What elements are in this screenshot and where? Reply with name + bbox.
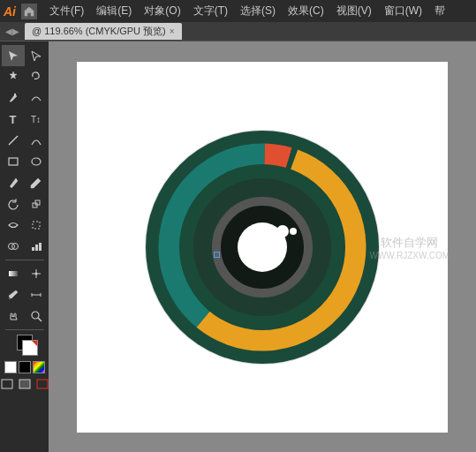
normal-screen-mode[interactable]	[0, 377, 15, 391]
toolbar: T T↕	[0, 41, 49, 452]
measure-tool[interactable]	[25, 284, 48, 305]
curvature-tool[interactable]	[25, 87, 48, 109]
white-swatch[interactable]	[4, 361, 17, 373]
highlight-dot-1	[276, 225, 289, 237]
menu-window[interactable]: 窗口(W)	[379, 2, 427, 20]
color-mode-row	[4, 361, 45, 373]
menu-text[interactable]: 文字(T)	[188, 2, 233, 20]
svg-line-1	[9, 136, 18, 145]
rotate-tool[interactable]	[2, 193, 25, 215]
shape-builder-tool[interactable]	[2, 236, 25, 257]
scale-tool[interactable]	[25, 193, 48, 215]
full-screen-mode[interactable]	[17, 377, 33, 391]
hand-tool[interactable]	[2, 305, 25, 327]
mesh-tool[interactable]	[25, 263, 48, 284]
main-artwork	[139, 124, 386, 371]
svg-rect-2	[9, 158, 18, 165]
svg-rect-23	[37, 380, 48, 388]
tool-row-pen	[0, 66, 49, 87]
touch-type-tool[interactable]: T↕	[25, 109, 48, 130]
svg-rect-9	[32, 247, 34, 251]
canvas-area[interactable]: 软件自学网 WWW.RJZXW.COM	[49, 41, 476, 452]
stroke-color[interactable]	[22, 340, 38, 356]
tab-bar: ◀▶ @ 119.66% (CMYK/GPU 预览) ×	[0, 22, 476, 41]
tool-row-rect	[0, 151, 49, 172]
menu-help[interactable]: 帮	[429, 2, 450, 20]
menu-bar: Ai 文件(F) 编辑(E) 对象(O) 文字(T) 选择(S) 效果(C) 视…	[0, 0, 476, 22]
tool-row-line	[0, 130, 49, 151]
eyedropper-tool[interactable]	[2, 284, 25, 305]
zoom-tool[interactable]	[25, 305, 48, 327]
svg-rect-22	[19, 380, 30, 388]
tool-row-eyedropper	[0, 284, 49, 305]
tool-row-hand	[0, 305, 49, 327]
direct-selection-tool[interactable]	[25, 45, 48, 66]
gradient-tool[interactable]	[2, 263, 25, 284]
svg-rect-10	[35, 245, 38, 251]
magic-wand-tool[interactable]	[2, 66, 25, 87]
svg-rect-6	[33, 222, 40, 229]
tool-row-pen2	[0, 87, 49, 109]
color-swatches[interactable]	[10, 335, 40, 359]
home-icon[interactable]	[21, 4, 37, 19]
menu-effect[interactable]: 效果(C)	[283, 2, 329, 20]
highlight-dot-2	[290, 228, 297, 235]
menu-object[interactable]: 对象(O)	[139, 2, 185, 20]
pen-tool[interactable]	[2, 87, 25, 109]
tool-row-rotate	[0, 193, 49, 215]
svg-point-0	[13, 94, 15, 95]
menu-edit[interactable]: 编辑(E)	[91, 2, 137, 20]
screen-mode-row	[0, 377, 49, 391]
pencil-tool[interactable]	[25, 172, 48, 193]
selection-tool[interactable]	[2, 45, 25, 66]
tool-row-gradient	[0, 263, 49, 284]
tool-row-shape	[0, 236, 49, 257]
tab-arrows[interactable]: ◀▶	[5, 26, 19, 36]
svg-point-19	[32, 312, 39, 319]
tab-label: @ 119.66% (CMYK/GPU 预览)	[32, 25, 166, 38]
tool-row-brush	[0, 172, 49, 193]
black-swatch[interactable]	[19, 361, 31, 373]
tool-row-warp	[0, 215, 49, 236]
canvas	[77, 62, 448, 433]
svg-point-3	[32, 158, 41, 165]
svg-rect-21	[2, 380, 12, 388]
selection-indicator	[214, 252, 220, 258]
arc-tool[interactable]	[25, 130, 48, 151]
color-swatch[interactable]	[33, 361, 45, 373]
document-tab[interactable]: @ 119.66% (CMYK/GPU 预览) ×	[25, 23, 182, 40]
svg-rect-12	[9, 271, 18, 276]
tool-row-type: T T↕	[0, 109, 49, 130]
free-transform-tool[interactable]	[25, 215, 48, 236]
warp-tool[interactable]	[2, 215, 25, 236]
svg-rect-11	[39, 243, 42, 251]
type-tool[interactable]: T	[2, 109, 25, 130]
ai-logo: Ai	[4, 4, 16, 19]
line-tool[interactable]	[2, 130, 25, 151]
svg-point-15	[34, 273, 37, 275]
menu-select[interactable]: 选择(S)	[235, 2, 281, 20]
menu-file[interactable]: 文件(F)	[44, 2, 89, 20]
ellipse-tool[interactable]	[25, 151, 48, 172]
paintbrush-tool[interactable]	[2, 172, 25, 193]
graph-tool[interactable]	[25, 236, 48, 257]
full-screen-no-bar[interactable]	[34, 377, 49, 391]
main-layout: T T↕	[0, 41, 476, 452]
tab-close-button[interactable]: ×	[170, 26, 175, 36]
menu-view[interactable]: 视图(V)	[331, 2, 377, 20]
svg-line-20	[38, 318, 42, 321]
lasso-tool[interactable]	[25, 66, 48, 87]
rect-tool[interactable]	[2, 151, 25, 172]
tool-row-selection	[0, 45, 49, 66]
